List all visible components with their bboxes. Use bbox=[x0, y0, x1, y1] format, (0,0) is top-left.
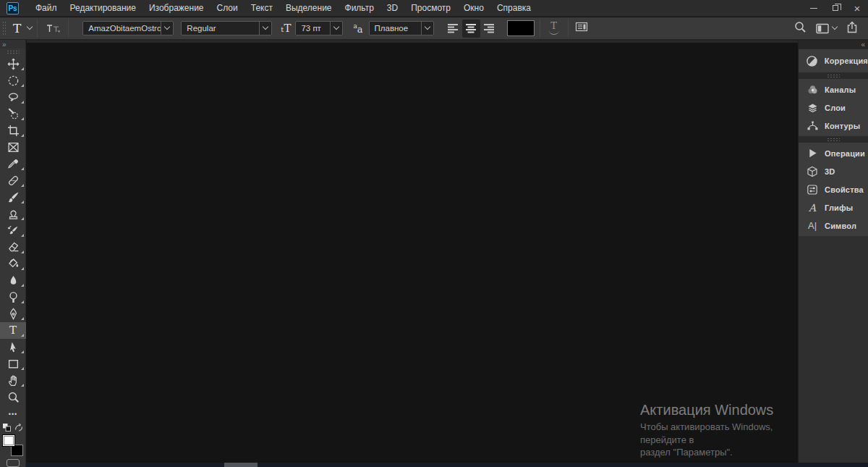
zoom-tool[interactable] bbox=[0, 389, 26, 405]
brush-tool[interactable] bbox=[0, 189, 26, 206]
taskbar-thumb[interactable] bbox=[224, 463, 258, 467]
marquee-tool[interactable] bbox=[0, 72, 26, 89]
path-selection-tool[interactable] bbox=[0, 339, 26, 355]
quick-mask-button[interactable] bbox=[7, 459, 20, 467]
dodge-tool[interactable] bbox=[0, 289, 26, 306]
dock-gap[interactable] bbox=[799, 72, 868, 79]
align-right-button[interactable] bbox=[480, 20, 498, 38]
menu-layers[interactable]: Слои bbox=[210, 0, 244, 16]
toolbar-expand-button[interactable]: » bbox=[0, 40, 25, 49]
crop-tool[interactable] bbox=[0, 122, 26, 139]
panel-tab-actions[interactable]: Операции bbox=[799, 144, 868, 162]
menu-text[interactable]: Текст bbox=[244, 0, 279, 16]
cube-3d-icon bbox=[804, 166, 820, 177]
panel-tab-paths[interactable]: Контуры bbox=[799, 117, 868, 135]
font-style-select[interactable]: Regular bbox=[181, 21, 272, 35]
separator bbox=[68, 20, 69, 37]
menu-window[interactable]: Окно bbox=[457, 0, 490, 16]
text-color-swatch[interactable] bbox=[507, 20, 535, 36]
hand-tool[interactable] bbox=[0, 372, 26, 389]
panel-tab-channels[interactable]: Каналы bbox=[799, 80, 868, 98]
minimize-button[interactable] bbox=[803, 0, 825, 16]
type-tool[interactable]: T bbox=[0, 322, 26, 339]
edit-toolbar-button[interactable]: ••• bbox=[0, 405, 26, 422]
options-bar-right-icons bbox=[794, 21, 858, 36]
menu-3d[interactable]: 3D bbox=[380, 0, 404, 16]
close-icon: × bbox=[854, 3, 861, 14]
channels-icon bbox=[804, 84, 820, 96]
menu-bar: Ps Файл Редактирование Изображение Слои … bbox=[0, 0, 868, 17]
anti-alias-value: Плавное bbox=[370, 24, 421, 33]
healing-brush-tool[interactable] bbox=[0, 172, 26, 189]
menu-filter[interactable]: Фильтр bbox=[339, 0, 380, 16]
menu-view[interactable]: Просмотр bbox=[404, 0, 457, 16]
anti-alias-icon: aa bbox=[353, 23, 362, 34]
menu-help[interactable]: Справка bbox=[490, 0, 537, 16]
toggle-panels-button[interactable] bbox=[575, 21, 588, 35]
actions-icon bbox=[804, 148, 820, 159]
font-style-dropdown-button[interactable] bbox=[259, 22, 271, 35]
warp-text-button[interactable]: T bbox=[547, 21, 561, 35]
workspace-switcher[interactable] bbox=[816, 23, 837, 34]
menu-edit[interactable]: Редактирование bbox=[64, 0, 142, 16]
document-canvas[interactable]: Активация Windows Чтобы активировать Win… bbox=[27, 40, 798, 463]
foreground-color-swatch[interactable] bbox=[2, 434, 15, 447]
frame-tool[interactable] bbox=[0, 139, 26, 156]
chevron-down-icon bbox=[832, 24, 838, 30]
photoshop-logo-icon[interactable]: Ps bbox=[7, 2, 19, 14]
anti-alias-dropdown-button[interactable] bbox=[421, 22, 433, 35]
panel-tab-properties[interactable]: Свойства bbox=[799, 180, 868, 198]
history-brush-tool[interactable] bbox=[0, 222, 26, 239]
minimize-icon bbox=[810, 8, 817, 9]
eraser-tool[interactable] bbox=[0, 239, 26, 256]
font-family-select[interactable]: AmazObitaemOstrovFine bbox=[82, 21, 174, 35]
search-button[interactable] bbox=[794, 21, 807, 36]
align-center-button[interactable] bbox=[462, 20, 480, 38]
text-orientation-toggle[interactable] bbox=[46, 22, 60, 34]
panel-tab-3d[interactable]: 3D bbox=[799, 162, 868, 180]
blur-tool[interactable] bbox=[0, 272, 26, 289]
default-colors-icon[interactable] bbox=[2, 423, 12, 432]
rectangle-tool[interactable] bbox=[0, 355, 26, 372]
tools-panel: » bbox=[0, 40, 26, 467]
color-swatches bbox=[2, 434, 24, 456]
options-bar-grip[interactable] bbox=[2, 21, 6, 35]
quick-selection-tool[interactable] bbox=[0, 106, 26, 122]
photoshop-window: Ps Файл Редактирование Изображение Слои … bbox=[0, 0, 868, 467]
align-left-button[interactable] bbox=[444, 20, 462, 38]
layers-icon bbox=[804, 102, 820, 114]
menu-image[interactable]: Изображение bbox=[142, 0, 210, 16]
restore-button[interactable] bbox=[825, 0, 846, 16]
close-button[interactable]: × bbox=[846, 0, 868, 16]
paint-bucket-tool[interactable] bbox=[0, 256, 26, 272]
move-tool[interactable] bbox=[0, 56, 26, 72]
swap-colors-icon[interactable] bbox=[14, 423, 24, 432]
panel-tab-layers[interactable]: Слои bbox=[799, 98, 868, 117]
pen-tool[interactable] bbox=[0, 306, 26, 322]
paths-icon bbox=[804, 120, 820, 132]
glyphs-icon: A bbox=[804, 202, 820, 214]
font-size-select[interactable]: 73 пт bbox=[295, 21, 343, 35]
panel-tab-adjustments[interactable]: Коррекция bbox=[799, 51, 868, 71]
lasso-tool[interactable] bbox=[0, 89, 26, 106]
text-alignment-group bbox=[444, 20, 498, 38]
font-size-dropdown-button[interactable] bbox=[330, 22, 342, 35]
font-family-dropdown-button[interactable] bbox=[161, 22, 173, 35]
dock-group-channels: Каналы Слои bbox=[799, 79, 868, 136]
clone-stamp-tool[interactable] bbox=[0, 206, 26, 222]
panel-tab-character[interactable]: A| Символ bbox=[799, 216, 868, 235]
anti-alias-select[interactable]: Плавное bbox=[369, 21, 434, 35]
taskbar-edge bbox=[26, 463, 868, 467]
dock-gap[interactable] bbox=[799, 136, 868, 143]
type-tool-preset[interactable]: T bbox=[13, 21, 32, 35]
eyedropper-tool[interactable] bbox=[0, 156, 26, 172]
menu-file[interactable]: Файл bbox=[29, 0, 64, 16]
menu-select[interactable]: Выделение bbox=[279, 0, 339, 16]
dock-collapse-button[interactable]: « bbox=[799, 40, 868, 49]
tool-options-bar: T AmazObitaemOstrovFine Regular tT 73 пт bbox=[0, 17, 868, 40]
panel-tab-glyphs[interactable]: A Глифы bbox=[799, 198, 868, 216]
toolbar-grip[interactable] bbox=[7, 50, 20, 54]
font-size-value: 73 пт bbox=[296, 24, 330, 33]
watermark-body: Чтобы активировать Windows, перейдите в … bbox=[640, 421, 798, 459]
share-button[interactable] bbox=[846, 21, 858, 36]
